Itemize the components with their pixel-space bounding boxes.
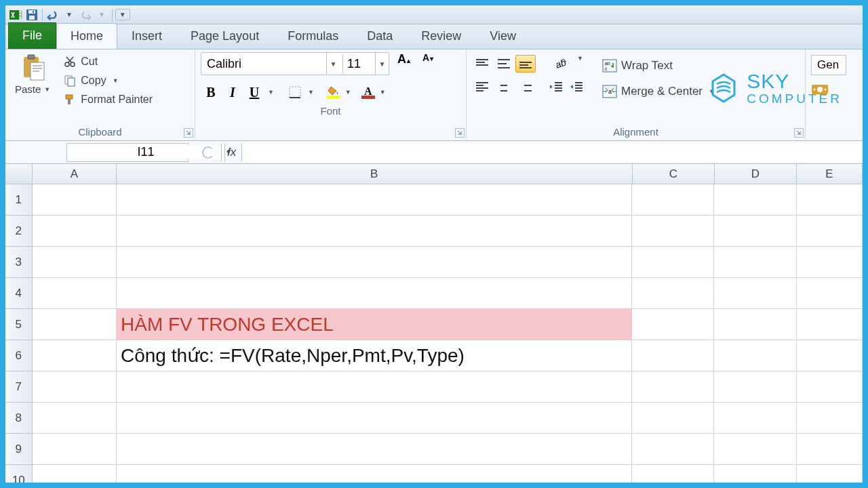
decrease-indent-button[interactable] xyxy=(547,78,566,96)
cell[interactable] xyxy=(797,184,863,216)
cell[interactable] xyxy=(33,371,117,403)
cell[interactable] xyxy=(33,340,117,371)
cell[interactable] xyxy=(117,247,632,278)
cell[interactable] xyxy=(797,403,863,434)
format-painter-button[interactable]: Format Painter xyxy=(60,92,155,108)
align-center-button[interactable] xyxy=(494,78,514,96)
cell[interactable] xyxy=(632,247,714,278)
undo-dropdown[interactable]: ▼ xyxy=(62,11,77,18)
row-header[interactable]: 10 xyxy=(5,465,33,483)
bold-button[interactable]: B xyxy=(201,82,221,102)
alignment-launcher[interactable]: ⇲ xyxy=(794,128,804,138)
underline-dropdown[interactable]: ▼ xyxy=(266,89,276,96)
cell[interactable] xyxy=(632,309,714,340)
font-name-input[interactable] xyxy=(201,54,323,74)
cell[interactable] xyxy=(797,465,863,483)
cell[interactable] xyxy=(117,184,632,216)
redo-dropdown[interactable]: ▼ xyxy=(94,11,109,18)
align-bottom-button[interactable] xyxy=(515,55,536,73)
cell[interactable] xyxy=(714,434,796,465)
col-header-c[interactable]: C xyxy=(633,164,715,184)
merge-center-button[interactable]: a Merge & Center ▼ xyxy=(597,82,722,101)
cell[interactable] xyxy=(797,434,863,465)
cell[interactable] xyxy=(632,465,714,483)
row-header[interactable]: 5 xyxy=(5,309,33,340)
tab-formulas[interactable]: Formulas xyxy=(273,23,353,49)
fx-label[interactable]: fx xyxy=(221,144,241,161)
font-name-dropdown[interactable]: ▼ xyxy=(326,53,340,75)
cell[interactable] xyxy=(714,184,796,216)
underline-button[interactable]: U xyxy=(244,82,264,102)
cell[interactable] xyxy=(33,247,117,278)
row-header[interactable]: 9 xyxy=(5,434,33,465)
col-header-d[interactable]: D xyxy=(715,164,797,184)
col-header-b[interactable]: B xyxy=(117,164,633,184)
cell[interactable] xyxy=(33,216,117,247)
cell[interactable] xyxy=(632,371,714,403)
align-right-button[interactable] xyxy=(515,78,536,96)
cell[interactable] xyxy=(797,247,863,278)
row-header[interactable]: 2 xyxy=(5,216,33,247)
row-header[interactable]: 7 xyxy=(5,371,33,403)
cell[interactable] xyxy=(632,434,714,465)
fill-color-button[interactable] xyxy=(326,85,342,99)
border-button[interactable] xyxy=(285,83,304,102)
select-all-corner[interactable] xyxy=(5,164,33,184)
formula-input[interactable] xyxy=(241,144,863,161)
cell[interactable] xyxy=(33,278,117,309)
font-size-dropdown[interactable]: ▼ xyxy=(375,53,389,75)
font-launcher[interactable]: ⇲ xyxy=(455,128,465,138)
cell[interactable] xyxy=(117,371,632,403)
save-icon[interactable] xyxy=(24,7,39,22)
cell[interactable] xyxy=(632,340,714,371)
cell[interactable] xyxy=(714,216,796,247)
cell[interactable] xyxy=(117,278,632,309)
cell[interactable] xyxy=(117,216,632,247)
cell[interactable] xyxy=(797,216,863,247)
row-header[interactable]: 4 xyxy=(5,278,33,309)
row-header[interactable]: 1 xyxy=(5,184,33,216)
tab-data[interactable]: Data xyxy=(353,23,407,49)
copy-button[interactable]: Copy▼ xyxy=(60,73,155,89)
cell[interactable] xyxy=(797,340,863,371)
redo-icon[interactable] xyxy=(78,7,93,22)
tab-insert[interactable]: Insert xyxy=(117,23,176,49)
cell[interactable] xyxy=(797,309,863,340)
shrink-font-button[interactable]: A▾ xyxy=(418,52,437,75)
font-size-input[interactable] xyxy=(342,54,372,74)
cell[interactable] xyxy=(714,278,796,309)
fill-color-dropdown[interactable]: ▼ xyxy=(343,89,353,96)
orientation-button[interactable]: ab xyxy=(547,55,574,73)
cell[interactable] xyxy=(714,403,796,434)
row-header[interactable]: 3 xyxy=(5,247,33,278)
cell[interactable] xyxy=(117,465,632,483)
tab-home[interactable]: Home xyxy=(56,23,117,49)
cell[interactable] xyxy=(714,247,796,278)
row-header[interactable]: 6 xyxy=(5,340,33,371)
wrap-text-button[interactable]: abc Wrap Text xyxy=(597,56,722,75)
clipboard-launcher[interactable]: ⇲ xyxy=(184,128,193,138)
number-format-select[interactable]: Gen xyxy=(811,55,846,75)
tab-file[interactable]: File xyxy=(8,22,56,49)
cell[interactable] xyxy=(797,278,863,309)
currency-button[interactable] xyxy=(811,82,857,97)
cell[interactable]: HÀM FV TRONG EXCEL xyxy=(117,309,632,340)
cell[interactable] xyxy=(797,371,863,403)
cell[interactable] xyxy=(632,278,714,309)
name-box[interactable]: ▼ xyxy=(66,143,189,162)
align-top-button[interactable] xyxy=(472,55,492,73)
undo-icon[interactable] xyxy=(45,7,60,22)
col-header-e[interactable]: E xyxy=(797,164,863,184)
cell[interactable] xyxy=(117,434,632,465)
orientation-dropdown[interactable]: ▼ xyxy=(575,55,585,73)
tab-page-layout[interactable]: Page Layout xyxy=(176,23,273,49)
row-header[interactable]: 8 xyxy=(5,403,33,434)
cell[interactable] xyxy=(632,403,714,434)
font-color-dropdown[interactable]: ▼ xyxy=(378,89,388,96)
cut-button[interactable]: Cut xyxy=(60,54,155,70)
cell[interactable] xyxy=(33,403,117,434)
font-color-button[interactable]: A xyxy=(360,85,376,99)
qat-customize-dropdown[interactable]: ▼ xyxy=(115,9,130,20)
paste-button[interactable]: Paste▼ xyxy=(11,52,56,125)
cell[interactable] xyxy=(632,184,714,216)
